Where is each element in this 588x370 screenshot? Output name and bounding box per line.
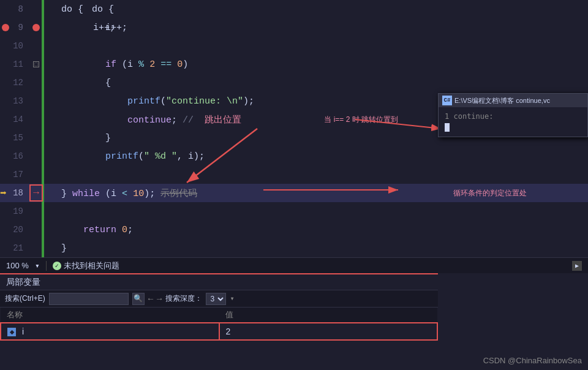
popup-titlebar: C# E:\VS编程文档\博客 continue,vc [439, 94, 587, 107]
ln-20: 20 [0, 225, 31, 235]
search-icon-btn[interactable]: 🔍 [132, 293, 145, 305]
cc-14: continue; // 跳出位置 [56, 114, 241, 126]
gb-9 [42, 18, 44, 37]
ln-8: 8 [0, 4, 31, 14]
popup-line-num: 1 continue: [445, 112, 581, 121]
col-name: 名称 [1, 308, 219, 323]
ln-15: 15 [0, 133, 31, 143]
divider [46, 261, 47, 271]
line-20: 20 return 0; [0, 221, 588, 239]
cc-15: } [56, 133, 111, 143]
cc-18: } while (i < 10); 示例代码 [56, 187, 197, 199]
line-10: 10 [0, 37, 588, 55]
cursor [445, 123, 450, 132]
nav-prev-btn[interactable]: ← [148, 294, 153, 304]
cc-17 [56, 170, 67, 180]
line-8: 8 do { [0, 0, 588, 18]
popup-cursor-line [445, 123, 581, 132]
bp-dot-9 [32, 24, 40, 31]
nav-next-btn[interactable]: → [157, 294, 162, 304]
gb-14 [42, 110, 44, 129]
line-11: 11 □ if (i % 2 == 0) [0, 55, 588, 74]
gb-8 [42, 0, 44, 18]
depth-dropdown-icon: ▾ [230, 294, 234, 303]
cc-9: i++; [56, 23, 127, 33]
line-9: 9 i++; [0, 18, 588, 37]
cc-13: printf("continue: \n"); [56, 96, 254, 107]
locals-table: 名称 值 ◆ i 2 [0, 308, 438, 341]
gb-12 [42, 74, 44, 92]
line-21: 21 } [0, 239, 588, 257]
line-16: 16 printf(" %d ", i); [0, 147, 588, 165]
annot-line18: 循环条件的判定位置处 [453, 188, 527, 198]
line-17: 17 [0, 165, 588, 184]
ln-13: 13 [0, 96, 31, 106]
yellow-arrow-18: ➡ [0, 186, 7, 200]
locals-title: 局部变量 [6, 277, 40, 288]
bp-11: □ [31, 61, 42, 67]
cc-21: } [56, 243, 67, 254]
gb-20 [42, 221, 44, 239]
depth-select[interactable]: 3 1 2 4 5 [206, 293, 226, 305]
red-arrow-18: → [33, 187, 39, 198]
var-icon-i: ◆ [7, 328, 16, 336]
ln-17: 17 [0, 170, 31, 179]
locals-toolbar: 搜索(Ctrl+E) 🔍 ← → 搜索深度： 3 1 2 4 5 ▾ [0, 290, 438, 308]
status-text: 未找到相关问题 [64, 260, 119, 271]
status-bar: 100 % ▾ ✓ 未找到相关问题 ▶ [0, 257, 588, 273]
popup-lang-icon: C# [442, 96, 452, 105]
search-input[interactable] [49, 293, 129, 305]
ln-16: 16 [0, 151, 31, 161]
var-row-i: ◆ i 2 [1, 323, 437, 340]
ln-14: 14 [0, 115, 31, 124]
popup-window: C# E:\VS编程文档\博客 continue,vc 1 continue: [438, 93, 588, 137]
cc-10 [56, 41, 67, 51]
cc-11: if (i % 2 == 0) [56, 59, 188, 70]
line-12: 12 { [0, 74, 588, 92]
gb-21 [42, 239, 44, 257]
gb-19 [42, 202, 44, 221]
ln-11: 11 [0, 59, 31, 69]
ln-21: 21 [0, 243, 31, 253]
ln-19: 19 [0, 206, 31, 216]
locals-title-bar: 局部变量 [0, 274, 438, 290]
ln-12: 12 [0, 78, 31, 88]
line-19: 19 [0, 202, 588, 221]
var-value-i: 2 [219, 323, 438, 340]
bp-18: → [31, 187, 42, 198]
var-name-i: ◆ i [1, 323, 219, 340]
search-label: 搜索(Ctrl+E) [5, 293, 45, 304]
gb-15 [42, 129, 44, 147]
gb-17 [42, 165, 44, 184]
watermark: CSDN @ChinaRainbowSea [483, 356, 582, 365]
popup-title: E:\VS编程文档\博客 continue,vc [454, 96, 550, 105]
scroll-handle[interactable]: ▶ [572, 261, 582, 271]
ln-9: 9 [0, 23, 31, 32]
check-icon: ✓ [53, 262, 61, 270]
zoom-dropdown-icon[interactable]: ▾ [35, 261, 40, 271]
line-18: ➡ 18 → } while (i < 10); 示例代码 循环条件的判定位置处 [0, 184, 588, 202]
zoom-level: 100 % [6, 261, 29, 270]
var-name-text-i: i [22, 327, 24, 336]
depth-label: 搜索深度： [165, 293, 202, 304]
annot-line14: 当 i== 2 时 跳转位置到 [324, 115, 398, 125]
cc-19 [56, 206, 67, 217]
status-indicator: ✓ 未找到相关问题 [53, 260, 119, 271]
locals-panel: 局部变量 搜索(Ctrl+E) 🔍 ← → 搜索深度： 3 1 2 4 5 ▾ … [0, 273, 438, 370]
popup-content: 1 continue: [439, 107, 587, 137]
table-header-row: 名称 值 [1, 308, 437, 323]
cc-16: printf(" %d ", i); [56, 151, 205, 162]
gb-10 [42, 37, 44, 55]
bp-9 [31, 24, 42, 31]
cc-12: { [56, 78, 111, 88]
ln-10: 10 [0, 41, 31, 51]
gb-11 [42, 55, 44, 74]
fold-11[interactable]: □ [33, 61, 39, 67]
gb-13 [42, 92, 44, 110]
col-value: 值 [219, 308, 438, 323]
cc-20: return 0; [56, 225, 133, 235]
gb-16 [42, 147, 44, 165]
cc-8: do { [56, 4, 83, 15]
